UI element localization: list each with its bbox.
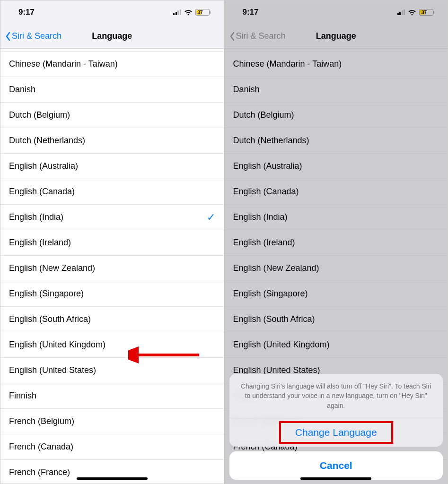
language-label: English (Singapore): [233, 289, 308, 299]
language-label: French (Belgium): [9, 416, 74, 426]
language-label: English (Ireland): [9, 238, 71, 248]
action-sheet: Changing Siri's language will also turn …: [229, 374, 443, 480]
nav-bar: Siri & Search Language: [0, 24, 224, 49]
back-button[interactable]: Siri & Search: [0, 31, 61, 41]
language-label: English (United Kingdom): [9, 340, 105, 350]
phone-right: 9:17 37 Siri & Search Language Chinese (…: [224, 0, 448, 484]
language-label: Finnish: [9, 391, 36, 401]
language-label: English (New Zealand): [233, 263, 319, 273]
language-row[interactable]: English (Canada): [0, 179, 224, 205]
wifi-icon: [184, 9, 193, 16]
battery-percent: 37: [422, 10, 427, 15]
battery-percent: 37: [198, 10, 203, 15]
wifi-icon: [408, 9, 416, 16]
status-time: 9:17: [18, 8, 35, 17]
status-time: 9:17: [243, 8, 259, 17]
language-label: Dutch (Netherlands): [9, 136, 85, 146]
language-row[interactable]: English (Singapore): [0, 281, 224, 307]
language-label: English (Australia): [9, 161, 78, 171]
language-row[interactable]: English (India)✓: [0, 205, 224, 230]
language-row[interactable]: Chinese (Mandarin - Taiwan): [225, 52, 448, 77]
battery-icon: 37: [419, 9, 433, 16]
language-row[interactable]: Dutch (Belgium): [225, 103, 448, 128]
cancel-label: Cancel: [320, 460, 352, 471]
back-label: Siri & Search: [12, 31, 61, 41]
language-label: English (Canada): [9, 187, 75, 197]
status-right: 37: [397, 9, 434, 16]
language-label: English (South Africa): [233, 314, 315, 324]
change-language-button[interactable]: Change Language: [229, 418, 443, 447]
chevron-left-icon: [5, 32, 11, 41]
language-row[interactable]: English (Ireland): [225, 230, 448, 256]
language-label: Dutch (Belgium): [9, 110, 70, 120]
sheet-message: Changing Siri's language will also turn …: [229, 374, 443, 418]
status-bar: 9:17 37: [0, 0, 224, 24]
checkmark-icon: ✓: [207, 211, 215, 224]
battery-icon: 37: [195, 9, 210, 16]
language-label: French (France): [9, 467, 70, 477]
status-bar: 9:17 37: [225, 0, 448, 24]
language-label: Danish: [233, 85, 260, 95]
language-row[interactable]: English (South Africa): [0, 307, 224, 332]
language-label: English (United Kingdom): [233, 340, 330, 350]
cellular-signal-icon: [173, 9, 181, 15]
language-row[interactable]: English (Singapore): [225, 281, 448, 307]
language-row[interactable]: French (Canada): [0, 434, 224, 460]
phone-left: 9:17 37 Siri & Search Language Chinese (…: [0, 0, 224, 484]
language-row[interactable]: French (Belgium): [0, 409, 224, 434]
language-row[interactable]: Danish: [225, 77, 448, 103]
language-label: English (Singapore): [9, 289, 84, 299]
language-label: English (Canada): [233, 187, 299, 197]
language-label: French (Canada): [9, 442, 73, 452]
language-row[interactable]: English (Canada): [225, 179, 448, 205]
status-right: 37: [173, 9, 210, 16]
nav-bar: Siri & Search Language: [225, 24, 448, 49]
language-label: Dutch (Belgium): [233, 110, 294, 120]
language-row[interactable]: Finnish: [0, 383, 224, 409]
chevron-left-icon: [229, 32, 235, 41]
language-label: English (Australia): [233, 161, 302, 171]
language-label: English (India): [9, 212, 63, 222]
language-row[interactable]: English (New Zealand): [0, 256, 224, 281]
language-row[interactable]: English (India): [225, 205, 448, 230]
home-indicator[interactable]: [300, 477, 371, 480]
language-label: English (South Africa): [9, 314, 91, 324]
language-row[interactable]: Dutch (Netherlands): [0, 128, 224, 154]
change-language-label: Change Language: [295, 427, 377, 438]
language-row[interactable]: English (New Zealand): [225, 256, 448, 281]
language-label: Dutch (Netherlands): [233, 136, 309, 146]
back-button: Siri & Search: [225, 31, 286, 41]
language-row[interactable]: English (South Africa): [225, 307, 448, 332]
language-row[interactable]: Chinese (Mandarin - Taiwan): [0, 52, 224, 77]
language-label: English (India): [233, 212, 288, 222]
language-row[interactable]: English (United Kingdom): [225, 332, 448, 358]
language-row[interactable]: Danish: [0, 77, 224, 103]
back-label: Siri & Search: [236, 31, 286, 41]
language-row[interactable]: English (United States): [0, 358, 224, 383]
language-label: Danish: [9, 85, 35, 95]
language-label: English (United States): [9, 365, 96, 375]
language-row[interactable]: Dutch (Belgium): [0, 103, 224, 128]
language-row[interactable]: English (Ireland): [0, 230, 224, 256]
language-row[interactable]: French (France): [0, 460, 224, 484]
language-row[interactable]: Dutch (Netherlands): [225, 128, 448, 154]
language-list[interactable]: Chinese (Mandarin - China mainland)Chine…: [0, 49, 224, 484]
home-indicator[interactable]: [77, 477, 148, 480]
language-row[interactable]: English (United Kingdom): [0, 332, 224, 358]
language-label: Chinese (Mandarin - Taiwan): [233, 59, 342, 69]
language-row[interactable]: English (Australia): [0, 154, 224, 179]
language-label: Chinese (Mandarin - Taiwan): [9, 59, 118, 69]
sheet-group: Changing Siri's language will also turn …: [229, 374, 443, 447]
language-label: English (Ireland): [233, 238, 295, 248]
cellular-signal-icon: [397, 9, 405, 15]
cancel-button[interactable]: Cancel: [229, 451, 443, 480]
language-row[interactable]: English (Australia): [225, 154, 448, 179]
language-label: English (New Zealand): [9, 263, 95, 273]
